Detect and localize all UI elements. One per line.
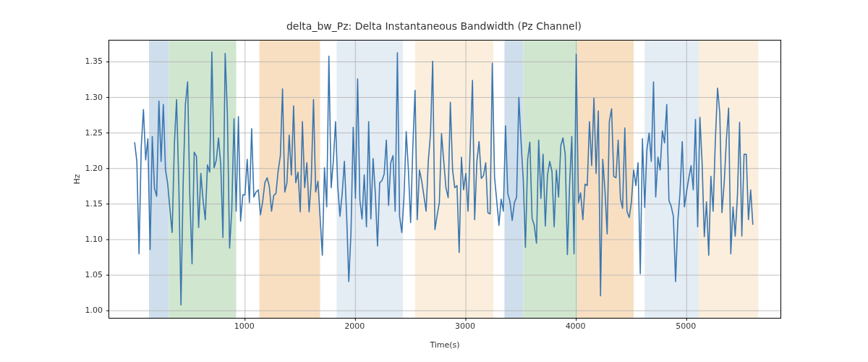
chart-title: delta_bw_Pz: Delta Instantaneous Bandwid… bbox=[0, 20, 868, 32]
x-axis-label: Time(s) bbox=[109, 340, 781, 350]
y-tick-label: 1.25 bbox=[74, 127, 103, 137]
y-tick-label: 1.15 bbox=[74, 198, 103, 208]
y-tick-label: 1.05 bbox=[74, 270, 103, 279]
plot-area bbox=[109, 40, 781, 319]
y-tick-label: 1.35 bbox=[74, 56, 103, 66]
y-tick-label: 1.20 bbox=[74, 163, 103, 172]
y-tick-label: 1.30 bbox=[74, 92, 103, 101]
x-tick-label: 2000 bbox=[344, 321, 365, 331]
plot-svg bbox=[106, 41, 780, 321]
y-tick-label: 1.10 bbox=[74, 234, 103, 243]
band-lightorange-2 bbox=[699, 41, 758, 318]
chart-figure: delta_bw_Pz: Delta Instantaneous Bandwid… bbox=[0, 0, 868, 362]
x-tick-label: 4000 bbox=[566, 321, 586, 331]
y-tick-label: 1.00 bbox=[74, 306, 103, 315]
x-tick-label: 1000 bbox=[234, 321, 255, 331]
band-lightblue-2 bbox=[644, 41, 699, 318]
band-orange-2 bbox=[577, 41, 634, 318]
x-tick-label: 3000 bbox=[455, 321, 475, 331]
x-tick-label: 5000 bbox=[676, 321, 696, 331]
